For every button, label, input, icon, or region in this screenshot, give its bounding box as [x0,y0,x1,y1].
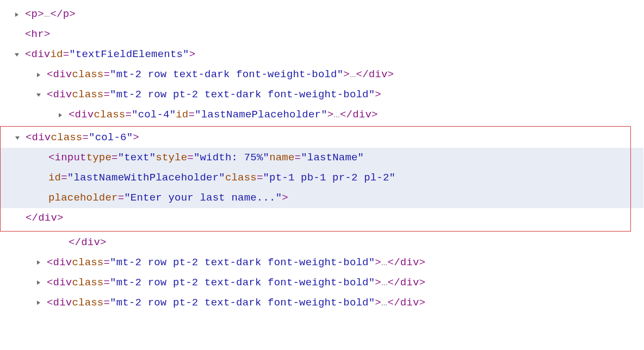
node-div-row5-collapsed[interactable]: <div class="mt-2 row pt-2 text-dark font… [0,293,644,313]
collapse-icon[interactable] [13,51,21,59]
ellipsis[interactable]: … [350,65,356,85]
node-div-col6-open[interactable]: <div class="col-6"> [1,128,630,148]
node-div-col4-collapsed[interactable]: <div class="col-4" id="lastNamePlacehold… [0,105,644,125]
node-div-col6-close[interactable]: </div> [1,208,630,228]
expand-icon[interactable] [35,279,42,286]
highlighted-selection-box: <div class="col-6"> <input type="text" s… [0,126,631,231]
node-div-row3-collapsed[interactable]: <div class="mt-2 row pt-2 text-dark font… [0,253,644,273]
expand-icon[interactable] [35,299,42,307]
node-input-selected[interactable]: <input type="text" style="width: 75%" na… [1,148,630,208]
node-div-row2-open[interactable]: <div class="mt-2 row pt-2 text-dark font… [0,85,644,105]
node-p-collapsed[interactable]: <p>…</p> [0,4,644,24]
node-div-row4-collapsed[interactable]: <div class="mt-2 row pt-2 text-dark font… [0,273,644,293]
expand-icon[interactable] [35,259,42,266]
node-hr[interactable]: <hr> [0,24,644,45]
collapse-icon[interactable] [14,134,21,142]
expand-icon[interactable] [57,111,64,119]
expand-icon[interactable] [13,11,21,18]
collapse-icon[interactable] [35,91,42,99]
node-div-row1-collapsed[interactable]: <div class="mt-2 row text-dark font-weig… [0,65,644,85]
expand-icon[interactable] [35,71,42,79]
ellipsis[interactable]: … [333,105,340,125]
ellipsis[interactable]: … [381,293,388,313]
ellipsis[interactable]: … [44,4,51,24]
node-div-row2-close[interactable]: </div> [0,233,644,253]
ellipsis[interactable]: … [381,253,388,273]
node-div-textfieldelements[interactable]: <div id="textFieldElements"> [0,45,644,65]
ellipsis[interactable]: … [381,273,388,293]
